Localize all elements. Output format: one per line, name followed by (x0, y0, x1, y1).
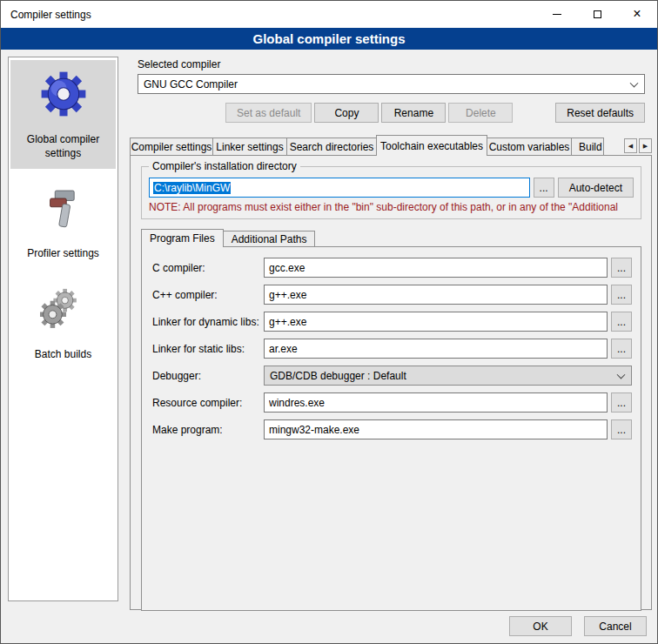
sidebar-item-profiler-settings[interactable]: Profiler settings (10, 178, 116, 270)
field-label: Linker for static libs: (152, 343, 264, 355)
field-label: C++ compiler: (152, 289, 264, 301)
installation-directory-input[interactable]: C:\raylib\MinGW (149, 178, 530, 198)
rename-button[interactable]: Rename (381, 103, 446, 123)
field-row-debugger: Debugger: GDB/CDB debugger : Default (152, 366, 632, 386)
tab-scroll-buttons: ◀ ▶ (624, 138, 652, 153)
arrow-left-icon: ◀ (628, 143, 633, 150)
installation-directory-group-label: Compiler's installation directory (149, 160, 300, 172)
installation-directory-value: C:\raylib\MinGW (153, 182, 231, 194)
sidebar-item-label: Global compiler settings (12, 133, 114, 160)
tab-build-options[interactable]: Build (571, 138, 604, 155)
field-row-static-linker: Linker for static libs: ... (152, 339, 632, 359)
installation-directory-row: C:\raylib\MinGW ... Auto-detect (149, 178, 634, 198)
resource-compiler-input[interactable] (264, 392, 608, 413)
tab-toolchain-executables[interactable]: Toolchain executables (376, 135, 487, 156)
field-label: Make program: (152, 424, 264, 436)
field-row-c-compiler: C compiler: ... (152, 258, 632, 278)
dynamic-linker-input[interactable] (264, 312, 608, 332)
sidebar-item-global-compiler-settings[interactable]: Global compiler settings (10, 60, 116, 169)
static-linker-input[interactable] (264, 339, 608, 359)
debugger-select-value: GDB/CDB debugger : Default (270, 370, 406, 382)
sidebar-item-label: Profiler settings (12, 247, 114, 261)
resource-compiler-browse-button[interactable]: ... (611, 392, 632, 413)
copy-button[interactable]: Copy (314, 103, 379, 123)
auto-detect-button[interactable]: Auto-detect (558, 178, 634, 198)
cancel-button[interactable]: Cancel (584, 616, 647, 636)
settings-tab-control: Compiler settings Linker settings Search… (130, 134, 652, 610)
field-label: Linker for dynamic libs: (152, 316, 264, 328)
c-compiler-browse-button[interactable]: ... (611, 258, 632, 278)
field-label: Resource compiler: (152, 397, 264, 409)
minimize-icon (553, 14, 561, 15)
close-button[interactable]: × (617, 1, 657, 28)
ok-button[interactable]: OK (509, 616, 572, 636)
program-files-panel: C compiler: ... C++ compiler: ... Linker… (141, 246, 641, 611)
sidebar-item-label: Batch builds (12, 348, 114, 362)
field-row-dynamic-linker: Linker for dynamic libs: ... (152, 312, 632, 332)
sidebar-item-batch-builds[interactable]: Batch builds (10, 278, 116, 371)
maximize-icon (594, 10, 601, 18)
tab-linker-settings[interactable]: Linker settings (212, 138, 287, 155)
titlebar[interactable]: Compiler settings × (1, 1, 657, 28)
set-as-default-button[interactable]: Set as default (225, 103, 312, 123)
tab-program-files[interactable]: Program Files (141, 229, 224, 247)
dialog-header: Global compiler settings (1, 28, 657, 50)
arrow-right-icon: ▶ (643, 143, 648, 150)
toolchain-executables-panel: Compiler's installation directory C:\ray… (130, 155, 652, 610)
window-title: Compiler settings (1, 9, 91, 21)
minimize-button[interactable] (537, 1, 577, 28)
chevron-down-icon (617, 370, 626, 379)
compiler-select-value: GNU GCC Compiler (144, 78, 238, 91)
installation-directory-group: Compiler's installation directory C:\ray… (141, 166, 641, 219)
field-label: C compiler: (152, 262, 264, 274)
cpp-compiler-input[interactable] (264, 285, 608, 305)
profiler-tool-icon (41, 185, 86, 234)
dialog-footer: OK Cancel (509, 616, 647, 636)
make-program-browse-button[interactable]: ... (611, 419, 632, 439)
reset-defaults-button[interactable]: Reset defaults (555, 103, 645, 123)
compiler-select[interactable]: GNU GCC Compiler (138, 74, 645, 94)
stacked-gears-icon (40, 286, 87, 335)
c-compiler-input[interactable] (264, 258, 608, 278)
dynamic-linker-browse-button[interactable]: ... (611, 312, 632, 332)
installation-directory-browse-button[interactable]: ... (534, 178, 554, 198)
maximize-button[interactable] (577, 1, 617, 28)
gear-icon (38, 68, 89, 120)
debugger-select[interactable]: GDB/CDB debugger : Default (264, 366, 632, 386)
sidebar: Global compiler settings Profiler settin… (8, 57, 118, 601)
static-linker-browse-button[interactable]: ... (611, 339, 632, 359)
program-tabbar: Program Files Additional Paths (141, 228, 641, 246)
field-label: Debugger: (152, 370, 264, 382)
chevron-down-icon (630, 78, 639, 87)
delete-button[interactable]: Delete (448, 103, 513, 123)
cpp-compiler-browse-button[interactable]: ... (611, 285, 632, 305)
main-panel: Selected compiler GNU GCC Compiler Set a… (127, 55, 652, 610)
tab-search-directories[interactable]: Search directories (286, 138, 377, 155)
tab-compiler-settings[interactable]: Compiler settings (130, 138, 213, 155)
tab-custom-variables[interactable]: Custom variables (487, 138, 572, 155)
selected-compiler-label: Selected compiler (138, 58, 645, 70)
tab-additional-paths[interactable]: Additional Paths (223, 231, 316, 246)
compiler-actions: Set as default Copy Rename Delete Reset … (138, 103, 645, 123)
field-row-resource-compiler: Resource compiler: ... (152, 392, 632, 413)
field-row-make-program: Make program: ... (152, 419, 632, 439)
field-row-cpp-compiler: C++ compiler: ... (152, 285, 632, 305)
note-text: NOTE: All programs must exist either in … (149, 201, 634, 213)
dialog-header-title: Global compiler settings (252, 31, 405, 46)
compiler-settings-window: Compiler settings × Global compiler sett… (0, 0, 658, 644)
close-icon: × (633, 7, 641, 21)
make-program-input[interactable] (264, 419, 608, 439)
tab-scroll-right-button[interactable]: ▶ (639, 138, 652, 153)
window-controls: × (537, 1, 657, 28)
settings-tabbar: Compiler settings Linker settings Search… (130, 134, 652, 155)
tab-scroll-left-button[interactable]: ◀ (624, 138, 637, 153)
